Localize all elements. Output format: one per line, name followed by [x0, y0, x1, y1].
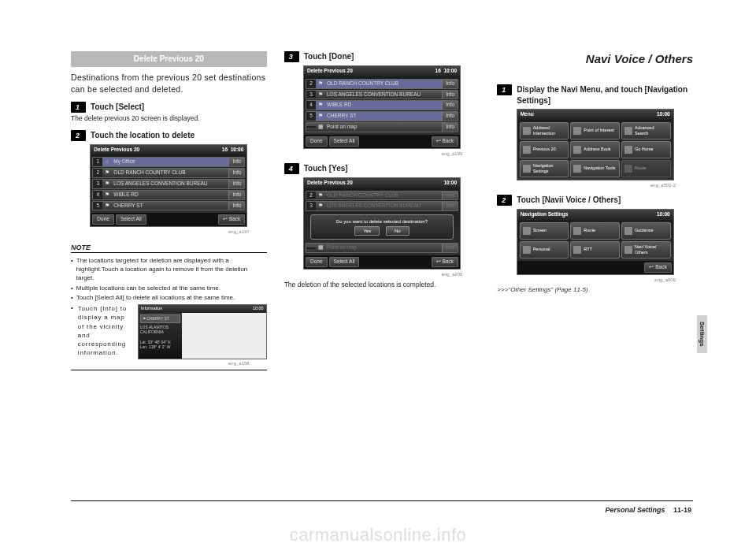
screenshot-information: Information10:00 ⚑ CHERRY ST LOS ALAMITO…: [138, 304, 267, 359]
step-2: 2 Touch the location to delete: [71, 130, 267, 141]
flag-icon: ⚑: [102, 180, 112, 188]
route-icon: [624, 165, 632, 173]
list-item[interactable]: 4⚑WIBLE RDInfo: [92, 190, 245, 200]
screenshot-delete-prev-20: Delete Previous 20 16 10:00 1⌂My OfficeI…: [90, 144, 247, 227]
list-item[interactable]: ▦Point on mapInfo: [306, 122, 458, 132]
info-button[interactable]: Info: [228, 158, 244, 166]
figure-caption: eng_a502-2: [497, 182, 676, 188]
list-item[interactable]: 2⚑OLD RANCH COUNTRY CLUBInfo: [306, 79, 458, 89]
select-all-button[interactable]: Select All: [116, 214, 146, 225]
route-icon: [573, 227, 581, 235]
screen-title: Navigation Settings: [521, 211, 569, 218]
figure-caption: eng_a200: [284, 271, 463, 277]
done-button[interactable]: Done: [92, 214, 114, 225]
step-label: Touch [Navii Voice / Others]: [517, 195, 621, 206]
note-bullet: •Multiple locations can be selected at t…: [71, 285, 267, 293]
list-item[interactable]: 4⚑WIBLE RDInfo: [306, 100, 458, 110]
screen-title: Delete Previous 20: [307, 180, 353, 187]
back-button[interactable]: ↩ Back: [644, 262, 671, 273]
screenshot-navi-menu: Menu 10:00 Address/ Intersection Point o…: [517, 109, 674, 180]
yes-button[interactable]: Yes: [354, 226, 380, 236]
menu-previous-20[interactable]: Previous 20: [520, 141, 569, 158]
back-icon: ↩: [223, 216, 228, 221]
info-button[interactable]: Info: [442, 101, 458, 110]
menu-address-book[interactable]: Address Book: [570, 141, 620, 158]
list-item: 3⚑LOS ANGELES CONVENTION BUREAUInfo: [306, 201, 458, 211]
map-icon: ▦: [316, 244, 325, 251]
info-button[interactable]: Info: [442, 112, 458, 121]
screenshot-confirm: Delete Previous 20 10:00 2⚑OLD RANCH COU…: [303, 177, 461, 270]
clock: 10:00: [231, 147, 244, 152]
menu-navi-voice-others[interactable]: Navi Voice/ Others: [621, 241, 671, 259]
personal-icon: [523, 246, 531, 254]
no-button[interactable]: No: [386, 226, 410, 236]
confirm-dialog: Do you want to delete selected destinati…: [310, 214, 454, 240]
poi-icon: [573, 127, 581, 135]
footer-page: 11-19: [673, 506, 691, 514]
column-1: Delete Previous 20 Destinations from the…: [71, 51, 267, 370]
menu-poi[interactable]: Point of Interest: [570, 122, 620, 140]
select-all-button[interactable]: Select All: [329, 136, 360, 147]
list-item[interactable]: 1⌂My OfficeInfo: [92, 157, 245, 167]
list-item[interactable]: 3⚑LOS ANGELES CONVENTION BUREAUInfo: [306, 90, 458, 100]
step-badge: 3: [284, 51, 299, 62]
flag-icon: ⚑: [102, 169, 112, 177]
side-tab-settings: Settings: [697, 315, 707, 353]
step-label: Touch the location to delete: [91, 130, 195, 141]
address-icon: [523, 127, 531, 135]
result-text: The deletion of the selected locations i…: [284, 281, 480, 289]
step-badge: 2: [497, 195, 512, 206]
menu-go-home[interactable]: Go Home: [621, 141, 671, 158]
menu-nav-tools[interactable]: Navigation Tools: [570, 160, 620, 177]
list-item[interactable]: 5⚑CHERRY STInfo: [306, 111, 458, 121]
flag-icon: ⚑: [316, 113, 325, 120]
back-button[interactable]: ↩ Back: [432, 136, 458, 147]
menu-guidance[interactable]: Guidance: [621, 222, 671, 240]
menu-personal[interactable]: Personal: [520, 241, 569, 259]
home-icon: ⌂: [102, 158, 112, 166]
flag-icon: ⚑: [316, 91, 325, 99]
step-3: 3 Touch [Done]: [284, 51, 480, 62]
menu-nav-settings[interactable]: Navigation Settings: [520, 160, 569, 177]
menu-route: Route: [621, 160, 671, 177]
info-button[interactable]: Info: [228, 191, 244, 199]
info-button[interactable]: Info: [442, 80, 458, 88]
menu-rtt[interactable]: RTT: [570, 241, 620, 259]
menu-screen[interactable]: Screen: [520, 222, 569, 240]
dialog-message: Do you want to delete selected destinati…: [314, 218, 450, 225]
map-icon: ▦: [316, 124, 325, 131]
info-button[interactable]: Info: [228, 202, 244, 210]
section-header: Delete Previous 20: [71, 51, 267, 67]
info-button[interactable]: Info: [442, 91, 458, 99]
done-button[interactable]: Done: [306, 136, 328, 147]
flag-icon: ⚑: [316, 203, 325, 210]
info-button[interactable]: Info: [228, 180, 244, 188]
history-icon: [523, 146, 531, 154]
gear-icon: [523, 165, 531, 173]
list-item[interactable]: 5⚑CHERRY STInfo: [92, 201, 245, 211]
info-button[interactable]: Info: [442, 123, 458, 132]
count: 16: [222, 147, 228, 152]
rtt-icon: [573, 246, 581, 254]
screenshot-done: Delete Previous 20 16 10:00 2⚑OLD RANCH …: [303, 65, 461, 148]
step-badge: 4: [284, 163, 299, 174]
step-1: 1 Touch [Select]: [71, 102, 267, 113]
back-button[interactable]: ↩ Back: [218, 214, 245, 225]
flag-icon: ⚑: [316, 102, 325, 109]
step-label: Touch [Done]: [304, 51, 354, 62]
list-item[interactable]: 2⚑OLD RANCH COUNTRY CLUBInfo: [92, 168, 245, 178]
menu-address[interactable]: Address/ Intersection: [520, 122, 569, 140]
figure-caption: eng_a197: [71, 229, 250, 235]
menu-advanced-search[interactable]: Advanced Search: [621, 122, 671, 140]
voice-icon: [624, 246, 632, 254]
step-label: Display the Navi Menu, and touch [Naviga…: [517, 84, 693, 106]
home-icon: [624, 146, 632, 154]
clock: 10:00: [657, 211, 670, 218]
menu-route[interactable]: Route: [570, 222, 620, 240]
clock: 10:00: [443, 180, 457, 187]
screen-title: Information: [141, 306, 163, 311]
step-4: 4 Touch [Yes]: [284, 163, 480, 174]
screen-title: Delete Previous 20: [307, 68, 353, 75]
list-item[interactable]: 3⚑LOS ANGELES CONVENTION BUREAUInfo: [92, 179, 245, 189]
info-button[interactable]: Info: [228, 169, 244, 177]
